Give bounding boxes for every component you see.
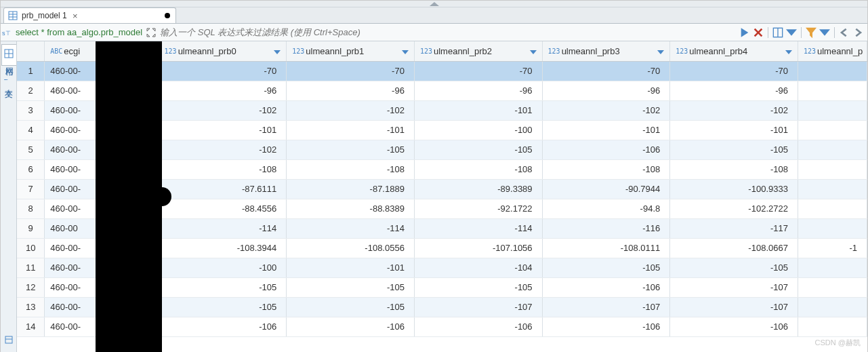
row-number-cell[interactable]: 6 [17, 159, 45, 179]
data-cell[interactable]: -102 [159, 100, 287, 120]
tab-close-button[interactable]: × [71, 12, 79, 20]
data-cell[interactable]: -107 [670, 277, 798, 297]
row-number-cell[interactable]: 4 [17, 120, 45, 140]
data-cell[interactable]: -70 [414, 61, 542, 81]
column-menu-icon[interactable] [657, 47, 664, 54]
row-number-cell[interactable]: 7 [17, 179, 45, 199]
data-cell[interactable] [798, 140, 867, 159]
data-cell[interactable]: -105 [414, 277, 542, 297]
data-cell[interactable] [798, 159, 867, 179]
table-row[interactable]: 12460-00--145-105-105-105-106-107 [17, 277, 867, 297]
table-row[interactable]: 13460-00--2-105-105-107-107-107 [17, 297, 867, 317]
row-number-cell[interactable]: 9 [17, 218, 45, 238]
data-cell[interactable]: -96 [670, 81, 798, 100]
column-menu-icon[interactable] [402, 47, 409, 54]
data-cell[interactable]: -105 [159, 297, 287, 317]
data-cell[interactable]: -106 [542, 277, 670, 297]
data-cell[interactable]: -102 [670, 100, 798, 120]
data-cell[interactable]: -96 [542, 81, 670, 100]
drag-handle-icon[interactable] [414, 1, 455, 7]
column-menu-icon[interactable] [785, 47, 792, 54]
data-cell[interactable]: -70 [542, 61, 670, 81]
row-number-cell[interactable]: 3 [17, 100, 45, 120]
table-row[interactable]: 8460-00--77-88.4556-88.8389-92.1722-94.8… [17, 199, 867, 218]
data-cell[interactable]: -101 [287, 120, 415, 140]
col-header-prb3[interactable]: 123ulmeannl_prb3 [542, 41, 670, 61]
data-cell[interactable]: -100.9333 [670, 179, 798, 199]
row-number-cell[interactable]: 14 [17, 317, 45, 336]
data-cell[interactable]: -108 [414, 159, 542, 179]
data-cell[interactable]: -108.0111 [542, 238, 670, 258]
data-cell[interactable] [798, 120, 867, 140]
next-page-arrow-icon[interactable] [852, 27, 863, 38]
panels-config-icon[interactable] [772, 27, 783, 38]
ecgi-cell[interactable]: 460-00-8-77 [45, 179, 159, 199]
data-cell[interactable]: -102 [287, 100, 415, 120]
table-row[interactable]: 10460-00--220-108.3944-108.0556-107.1056… [17, 238, 867, 258]
data-cell[interactable] [798, 61, 867, 81]
data-cell[interactable]: -88.8389 [287, 199, 415, 218]
row-number-cell[interactable]: 2 [17, 81, 45, 100]
panel-handle-strip[interactable] [1, 1, 867, 7]
ecgi-cell[interactable]: 460-00--193 [45, 61, 159, 81]
data-cell[interactable]: -107 [670, 297, 798, 317]
ecgi-cell[interactable]: 460-00--77 [45, 199, 159, 218]
data-cell[interactable]: -92.1722 [414, 199, 542, 218]
table-row[interactable]: 9460-000-114-114-114-116-117 [17, 218, 867, 238]
data-cell[interactable]: -108.0556 [287, 238, 415, 258]
sql-toggle-button[interactable]: s⊤ [1, 28, 13, 37]
prev-page-arrow-icon[interactable] [839, 27, 850, 38]
col-header-prb0[interactable]: 123ulmeannl_prb0 [159, 41, 287, 61]
apply-filter-play-icon[interactable] [739, 27, 750, 38]
row-number-cell[interactable]: 11 [17, 258, 45, 277]
data-cell[interactable]: -70 [287, 61, 415, 81]
filter-dropdown-icon[interactable] [819, 27, 830, 38]
data-cell[interactable]: -106 [159, 317, 287, 336]
data-cell[interactable]: -106 [670, 317, 798, 336]
row-number-cell[interactable]: 10 [17, 238, 45, 258]
data-cell[interactable]: -107.1056 [414, 238, 542, 258]
ecgi-cell[interactable]: 460-00--2 [45, 297, 159, 317]
ecgi-cell[interactable]: 460-00--220 [45, 258, 159, 277]
ecgi-cell[interactable]: 460-00-0 [45, 140, 159, 159]
data-cell[interactable]: -108 [287, 159, 415, 179]
data-cell[interactable] [798, 100, 867, 120]
data-cell[interactable]: -101 [670, 120, 798, 140]
remove-filter-icon[interactable] [753, 27, 764, 38]
data-cell[interactable] [798, 277, 867, 297]
row-number-cell[interactable]: 5 [17, 140, 45, 159]
corner-cell[interactable] [17, 41, 45, 61]
sql-text[interactable]: select * from aa_algo.prb_model [13, 27, 145, 37]
data-cell[interactable]: -88.4556 [159, 199, 287, 218]
col-header-prb2[interactable]: 123ulmeannl_prb2 [414, 41, 542, 61]
data-cell[interactable]: -108 [542, 159, 670, 179]
data-cell[interactable] [798, 179, 867, 199]
ecgi-cell[interactable]: 460-00-7-2 [45, 159, 159, 179]
tab-prb-model-1[interactable]: prb_model 1 × [3, 7, 176, 23]
table-row[interactable]: 14460-00--0-106-106-106-106-106 [17, 317, 867, 336]
data-cell[interactable]: -105 [287, 140, 415, 159]
panel-dropdown-icon[interactable] [786, 27, 797, 38]
ecgi-cell[interactable]: 460-00--220 [45, 238, 159, 258]
table-row[interactable]: 6460-00-7-2-108-108-108-108-108 [17, 159, 867, 179]
sql-filter-input[interactable] [157, 26, 739, 39]
data-cell[interactable]: -105 [414, 140, 542, 159]
column-menu-icon[interactable] [530, 47, 537, 54]
data-cell[interactable] [798, 317, 867, 336]
ecgi-cell[interactable]: 460-00--202 [45, 81, 159, 100]
data-cell[interactable]: -96 [159, 81, 287, 100]
data-cell[interactable]: -116 [542, 218, 670, 238]
ecgi-cell[interactable]: 460-00--145 [45, 277, 159, 297]
expand-sql-icon[interactable] [145, 28, 157, 37]
ecgi-cell[interactable]: 460-00--0 [45, 317, 159, 336]
table-row[interactable]: 11460-00--220-100-101-104-105-105 [17, 258, 867, 277]
data-cell[interactable] [798, 258, 867, 277]
data-cell[interactable]: -101 [542, 120, 670, 140]
data-cell[interactable]: -107 [414, 297, 542, 317]
col-header-ecgi[interactable]: ABCecgi [45, 41, 159, 61]
data-cell[interactable]: -107 [542, 297, 670, 317]
column-menu-icon[interactable] [274, 47, 281, 54]
data-cell[interactable]: -105 [287, 297, 415, 317]
row-number-cell[interactable]: 13 [17, 297, 45, 317]
data-cell[interactable]: -94.8 [542, 199, 670, 218]
